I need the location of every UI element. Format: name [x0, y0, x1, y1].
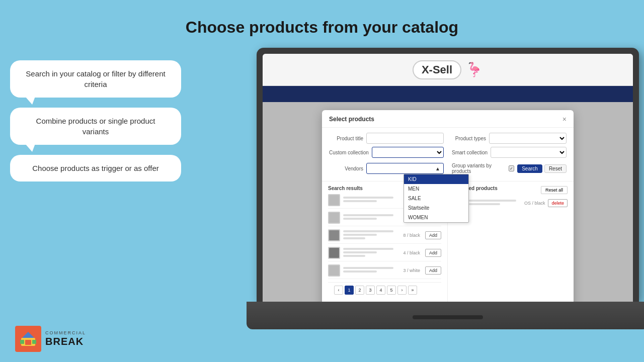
modal-title: Select products	[329, 116, 374, 123]
search-button[interactable]: Search	[517, 164, 542, 173]
result-line-3b	[343, 234, 377, 236]
vendors-row: Vendors ▲ KID MEN SALE	[329, 161, 444, 176]
result-line-2b	[343, 218, 377, 220]
smart-collection-row: Smart collection	[452, 147, 567, 158]
vendor-option-startseite[interactable]: Startseite	[404, 203, 468, 213]
reset-button[interactable]: Reset	[544, 164, 567, 173]
result-line-5b	[343, 270, 377, 273]
result-thumb-2	[328, 212, 340, 224]
svg-rect-10	[32, 340, 36, 344]
screen-header: X-Sell 🦩	[263, 54, 633, 86]
page-1-btn[interactable]: 1	[345, 286, 354, 295]
reset-all-button[interactable]: Reset all	[541, 186, 568, 194]
page-3-btn[interactable]: 3	[366, 286, 375, 295]
svg-rect-3	[329, 248, 339, 258]
result-lines-2	[343, 214, 399, 221]
result-lines-4	[343, 248, 399, 258]
result-line-4a	[343, 248, 393, 250]
page-4-btn[interactable]: 4	[376, 286, 385, 295]
result-meta-4: 4 / black	[402, 250, 420, 255]
bubbles-area: Search in your catalog or filter by diff…	[10, 60, 211, 192]
bubble-2-text: Combine products or single product varia…	[36, 117, 155, 136]
delete-button-1[interactable]: delete	[548, 199, 568, 207]
custom-collection-label: Custom collection	[329, 150, 369, 155]
result-thumb-3	[328, 229, 340, 241]
xsell-logo-text: X-Sell	[413, 60, 461, 79]
result-item-4: 4 / black Add	[328, 247, 441, 261]
custom-collection-select[interactable]	[372, 147, 444, 158]
vendors-chevron-icon: ▲	[435, 166, 440, 171]
vendors-dropdown: KID MEN SALE Startseite WOMEN	[404, 174, 469, 223]
result-meta-3: 8 / black	[402, 233, 420, 238]
vendor-option-kid[interactable]: KID	[404, 174, 468, 184]
result-item-5: 3 / white Add	[328, 264, 441, 279]
group-variants-section: Group variants by products ✓	[452, 162, 514, 175]
bubble-2: Combine products or single product varia…	[10, 108, 181, 145]
group-variants-checkbox[interactable]: ✓	[509, 165, 514, 171]
result-line-3a	[343, 230, 393, 232]
modal-close-button[interactable]: ×	[562, 115, 567, 123]
screen-nav	[263, 86, 633, 102]
laptop-body: X-Sell 🦩 Select products ×	[257, 48, 639, 302]
selected-meta-1: OS / black	[524, 201, 545, 206]
selected-line-1b	[469, 203, 500, 205]
laptop-base	[247, 302, 644, 329]
svg-rect-1	[329, 213, 339, 223]
svg-rect-8	[25, 340, 31, 345]
add-button-4[interactable]: Add	[425, 249, 441, 257]
result-line-3c	[343, 237, 365, 239]
selected-lines-1	[469, 200, 521, 207]
bubble-3: Choose products as trigger or as offer	[10, 155, 181, 182]
product-types-select[interactable]	[489, 133, 567, 144]
product-types-row: Product types	[452, 133, 567, 144]
laptop-notch	[413, 315, 483, 319]
vendor-option-sale[interactable]: SALE	[404, 194, 468, 203]
smart-collection-label: Smart collection	[452, 150, 488, 155]
add-button-5[interactable]: Add	[425, 266, 441, 275]
page-prev-btn[interactable]: ‹	[334, 286, 343, 295]
pagination: ‹ 1 2 3 4 5 › »	[328, 282, 441, 298]
product-title-label: Product title	[329, 136, 363, 141]
result-line-2a	[343, 214, 393, 216]
vendor-option-women[interactable]: WOMEN	[404, 213, 468, 222]
selected-line-1a	[469, 200, 516, 202]
page-title: Choose products from your catalog	[0, 0, 644, 37]
bubble-1: Search in your catalog or filter by diff…	[10, 60, 181, 98]
modal-header: Select products ×	[322, 110, 574, 128]
page-2-btn[interactable]: 2	[355, 286, 364, 295]
search-reset-buttons: Search Reset	[517, 164, 567, 173]
laptop-screen: X-Sell 🦩 Select products ×	[263, 54, 633, 302]
result-line-1b	[343, 200, 377, 202]
vendors-dropdown-trigger[interactable]: ▲	[366, 163, 444, 174]
modal-overlay: Select products × Product title Produ	[263, 102, 633, 302]
selected-item-1: OS / black delete	[454, 197, 568, 209]
modal-filters: Product title Product types Custom colle…	[322, 128, 574, 181]
page-next-btn[interactable]: ›	[397, 286, 407, 295]
result-line-4b	[343, 251, 377, 253]
result-line-1a	[343, 197, 393, 199]
result-thumb-4	[328, 247, 340, 259]
group-variants-search-row: Group variants by products ✓ Search Rese…	[452, 161, 567, 176]
result-lines-3	[343, 230, 399, 241]
result-thumb-1	[328, 194, 340, 206]
brand-icon	[15, 326, 41, 352]
add-button-3[interactable]: Add	[425, 231, 441, 239]
page-5-btn[interactable]: 5	[387, 286, 396, 295]
xsell-logo: X-Sell 🦩	[413, 60, 483, 79]
custom-collection-row: Custom collection	[329, 147, 444, 158]
page-last-btn[interactable]: »	[408, 286, 417, 295]
brand-name-top: COMMERCIAL	[45, 331, 86, 336]
smart-collection-select[interactable]	[491, 147, 567, 158]
vendor-option-men[interactable]: MEN	[404, 184, 468, 194]
flamingo-icon: 🦩	[465, 61, 483, 78]
svg-rect-4	[329, 265, 339, 276]
bubble-3-text: Choose products as trigger or as offer	[32, 164, 159, 172]
svg-rect-9	[20, 340, 24, 344]
result-meta-5: 3 / white	[402, 268, 420, 273]
svg-rect-0	[329, 195, 339, 205]
svg-rect-2	[329, 230, 339, 240]
product-title-input[interactable]	[366, 133, 444, 144]
brand-text: COMMERCIAL BREAK	[45, 331, 86, 347]
result-lines-5	[343, 267, 399, 274]
bubble-1-text: Search in your catalog or filter by diff…	[26, 69, 165, 88]
